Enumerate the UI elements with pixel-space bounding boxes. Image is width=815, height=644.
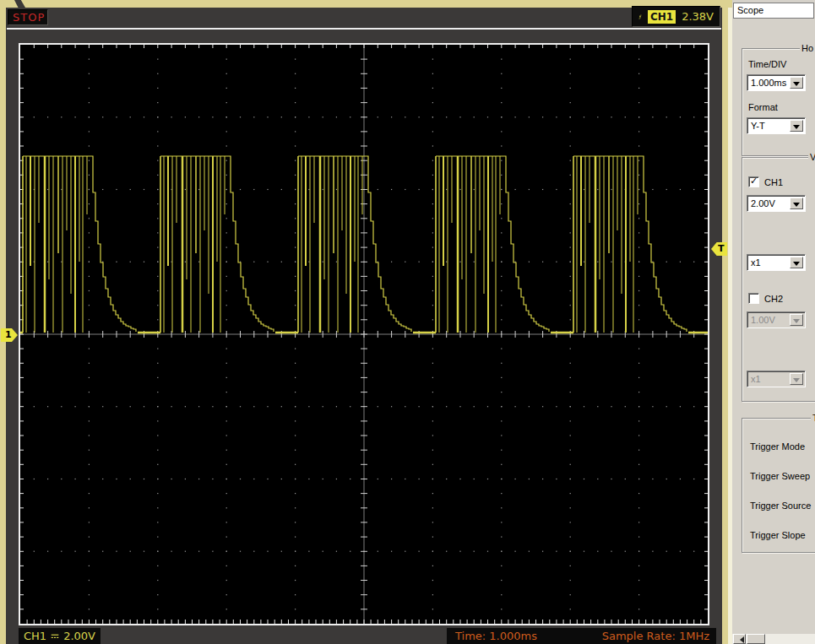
panel-title: Scope [733, 3, 814, 19]
scope-display [19, 43, 709, 625]
trigger-source-label: Trigger Source [750, 501, 811, 511]
top-strip-notch [14, 0, 25, 8]
timebase-status-box: Time: 1.000ms Sample Rate: 1MHz [447, 628, 716, 644]
ch1-probe-value: x1 [751, 257, 761, 268]
toolbar-separator [7, 28, 721, 30]
trigger-info-box: CH1 2.38V [632, 6, 720, 27]
ch2-scale-value: 1.00V [751, 315, 775, 325]
scrollbar-left-arrow-icon[interactable] [733, 634, 746, 644]
trigger-group-label: T [811, 413, 815, 423]
format-value: Y-T [751, 121, 765, 131]
ch2-probe-dropdown-arrow-icon [790, 373, 803, 385]
ch1-scale-value: 2.00V [751, 198, 775, 208]
ch1-checkbox-box[interactable] [748, 176, 759, 187]
ch1-scale-select[interactable]: 2.00V [747, 195, 806, 212]
ch1-scale-dropdown-arrow-icon[interactable] [790, 198, 803, 209]
control-panel: Scope Ho Time/DIV 1.000ms Format Y-T V C… [732, 0, 815, 644]
ch2-checkbox-box[interactable] [748, 293, 759, 304]
window-left-strip [0, 8, 6, 644]
trigger-mode-label: Trigger Mode [750, 441, 805, 452]
scrollbar-thumb[interactable] [747, 634, 765, 644]
ch1-status-box: CH1 2.00V [19, 628, 101, 644]
ch1-checkbox-label: CH1 [764, 177, 783, 187]
format-dropdown-arrow-icon[interactable] [790, 120, 803, 132]
acquisition-status-badge: STOP [8, 9, 48, 25]
vertical-group-label: V [808, 152, 815, 162]
trigger-source-badge: CH1 [648, 10, 676, 24]
scope-app-window: STOP CH1 2.38V 1 T CH1 2.00V Time: 1.000… [0, 0, 815, 644]
panel-divider [722, 8, 732, 644]
ch2-probe-select: x1 [747, 371, 806, 387]
dc-coupling-icon [51, 632, 59, 641]
trigger-slope-icon [638, 8, 642, 26]
ch1-checkbox[interactable]: CH1 [748, 176, 783, 187]
time-div-dropdown-arrow-icon[interactable] [790, 77, 803, 89]
format-label: Format [748, 102, 778, 113]
ch2-probe-value: x1 [751, 374, 761, 384]
ch2-scale-dropdown-arrow-icon [790, 314, 803, 326]
time-readout: Time: 1.000ms [455, 630, 537, 642]
ch1-probe-select[interactable]: x1 [747, 254, 806, 271]
waveform-plot [20, 45, 708, 624]
trigger-sweep-label: Trigger Sweep [750, 471, 810, 482]
trigger-slope-label: Trigger Slope [750, 530, 806, 541]
ch1-scale-readout: 2.00V [63, 630, 95, 642]
ch2-scale-select: 1.00V [747, 311, 806, 328]
ch1-status-label: CH1 [24, 630, 46, 642]
ch1-probe-dropdown-arrow-icon[interactable] [790, 257, 803, 268]
ch2-checkbox-label: CH2 [764, 294, 783, 304]
ch2-checkbox[interactable]: CH2 [748, 293, 783, 304]
trigger-level-readout: 2.38V [682, 10, 714, 23]
time-div-label: Time/DIV [748, 59, 786, 70]
horizontal-group-label: Ho [800, 43, 815, 53]
panel-scrollbar[interactable] [732, 634, 815, 644]
window-top-strip [0, 0, 732, 8]
format-select[interactable]: Y-T [747, 117, 806, 134]
time-div-select[interactable]: 1.000ms [747, 74, 806, 91]
vertical-group: V [742, 157, 815, 402]
trigger-level-marker[interactable]: T [711, 242, 727, 256]
time-div-value: 1.000ms [751, 78, 786, 88]
sample-rate-readout: Sample Rate: 1MHz [602, 630, 709, 642]
stop-label: STOP [13, 11, 45, 24]
ch1-zero-marker[interactable]: 1 [1, 328, 18, 342]
